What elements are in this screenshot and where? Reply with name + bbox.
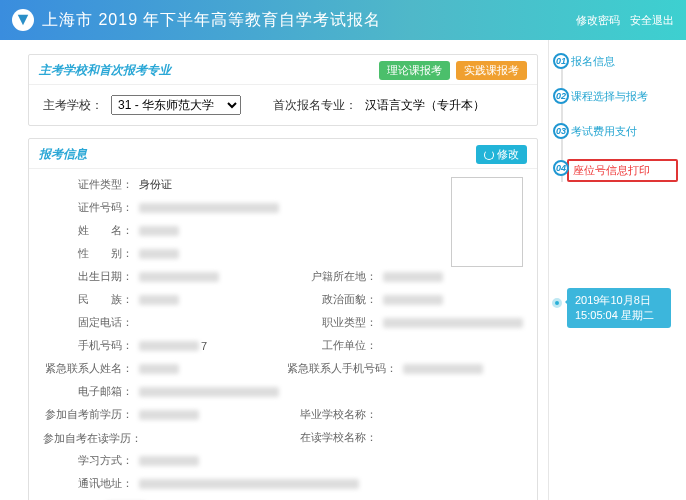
- theory-course-button[interactable]: 理论课报考: [379, 61, 450, 80]
- modify-button[interactable]: 修改: [476, 145, 527, 164]
- nation-value: [139, 295, 179, 305]
- job-type-value: [383, 318, 523, 328]
- study-mode-value: [139, 456, 199, 466]
- id-type-value: 身份证: [139, 177, 199, 192]
- page-header: 上海市 2019 年下半年高等教育自学考试报名 修改密码 安全退出: [0, 0, 686, 40]
- emc-mobile-value: [403, 364, 483, 374]
- id-no-value: [139, 203, 279, 213]
- birth-value: [139, 272, 219, 282]
- emc-name-value: [139, 364, 179, 374]
- name-label: 姓 名：: [43, 223, 139, 238]
- mobile-value: [139, 341, 199, 351]
- in-edu-label: 参加自考在读学历：: [43, 432, 139, 444]
- hukou-label: 户籍所在地：: [283, 269, 383, 284]
- emc-mobile-label: 紧急联系人手机号码：: [283, 361, 403, 376]
- first-major-label: 首次报名专业：: [273, 97, 357, 114]
- pre-edu-value: [139, 410, 199, 420]
- hukou-value: [383, 272, 443, 282]
- mobile-label: 手机号码：: [43, 338, 139, 353]
- first-major-value: 汉语言文学（专升本）: [365, 97, 485, 114]
- emc-name-label: 紧急联系人姓名：: [43, 361, 139, 376]
- section-title: 报考信息: [39, 146, 87, 163]
- refresh-icon: [484, 150, 494, 160]
- politics-value: [383, 295, 443, 305]
- step-registration-info[interactable]: 01报名信息: [571, 54, 678, 69]
- email-label: 电子邮箱：: [43, 384, 139, 399]
- work-unit-label: 工作单位：: [283, 338, 383, 353]
- step-payment[interactable]: 03考试费用支付: [571, 124, 678, 139]
- step-sidebar: 01报名信息 02课程选择与报考 03考试费用支付 04座位号信息打印 2019…: [548, 40, 686, 500]
- timestamp-bubble: 2019年10月8日 15:05:04 星期二: [567, 288, 671, 328]
- page-title: 上海市 2019 年下半年高等教育自学考试报名: [42, 10, 381, 31]
- school-major-card: 主考学校和首次报考专业 理论课报考 实践课报考 主考学校： 31 - 华东师范大…: [28, 54, 538, 126]
- school-select[interactable]: 31 - 华东师范大学: [111, 95, 241, 115]
- nation-label: 民 族：: [43, 292, 139, 307]
- change-password-link[interactable]: 修改密码: [576, 13, 620, 28]
- photo-placeholder: [451, 177, 523, 267]
- politics-label: 政治面貌：: [283, 292, 383, 307]
- practice-course-button[interactable]: 实践课报考: [456, 61, 527, 80]
- tel-label: 固定电话：: [43, 315, 139, 330]
- gender-label: 性 别：: [43, 246, 139, 261]
- name-value: [139, 226, 179, 236]
- grad-school-label: 毕业学校名称：: [283, 407, 383, 422]
- school-label: 主考学校：: [43, 97, 103, 114]
- gender-value: [139, 249, 179, 259]
- id-no-label: 证件号码：: [43, 200, 139, 215]
- study-mode-label: 学习方式：: [43, 453, 139, 468]
- id-type-label: 证件类型：: [43, 177, 139, 192]
- step-course-select[interactable]: 02课程选择与报考: [571, 89, 678, 104]
- email-value: [139, 387, 279, 397]
- pre-edu-label: 参加自考前学历：: [43, 407, 139, 422]
- birth-label: 出生日期：: [43, 269, 139, 284]
- addr-value: [139, 479, 359, 489]
- registration-info-card: 报考信息 修改 证件类型：身份证 证件号码： 姓 名： 性 别： 出生日期： 户…: [28, 138, 538, 500]
- step-seat-print[interactable]: 04座位号信息打印: [567, 159, 678, 182]
- logo-icon: [12, 9, 34, 31]
- section-title: 主考学校和首次报考专业: [39, 62, 171, 79]
- addr-label: 通讯地址：: [43, 476, 139, 491]
- logout-link[interactable]: 安全退出: [630, 13, 674, 28]
- job-type-label: 职业类型：: [283, 315, 383, 330]
- in-school-label: 在读学校名称：: [283, 430, 383, 445]
